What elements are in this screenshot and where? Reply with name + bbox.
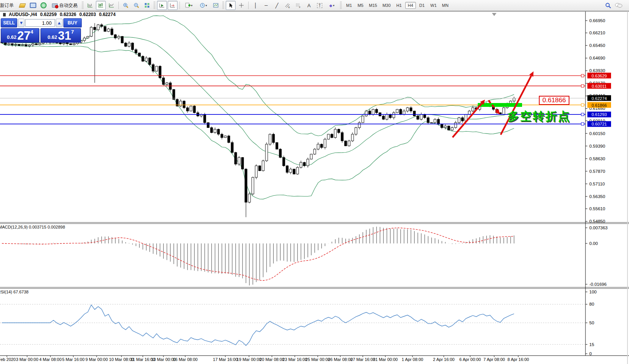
tile-windows-icon	[144, 2, 150, 8]
chart-window-icon	[3, 13, 6, 16]
crosshair-button[interactable]	[236, 1, 246, 10]
zoom-out-icon	[133, 2, 139, 8]
timeframe-d1-button[interactable]: D1	[417, 2, 427, 9]
text-label-icon: T	[317, 3, 322, 8]
timeframe-m1-button[interactable]: M1	[344, 2, 354, 9]
fibonacci-button[interactable]: F	[293, 1, 303, 10]
sell-price-sup: 4	[31, 29, 33, 35]
templates-icon	[213, 2, 219, 8]
buy-price-display[interactable]: 0.62317	[40, 28, 81, 43]
text-label-button[interactable]: T	[315, 1, 325, 10]
sell-price-display[interactable]: 0.62274	[1, 28, 39, 43]
line-chart-icon	[108, 2, 115, 8]
trendline-button[interactable]: ╱	[272, 1, 282, 10]
search-icon[interactable]	[605, 2, 611, 9]
text-button[interactable]: A	[304, 1, 314, 10]
toolbar-drag-handle	[82, 2, 84, 9]
one-click-trading-panel: SELL ▼ ▲ BUY 0.62274 0.62317	[1, 18, 82, 43]
vertical-line-button[interactable]: │	[251, 1, 260, 10]
ohlc-open: 0.62259	[40, 12, 57, 17]
network-button[interactable]	[39, 1, 49, 10]
buy-price-sup: 7	[71, 29, 74, 35]
candlestick-chart-icon	[98, 2, 104, 8]
buy-button[interactable]: BUY	[63, 18, 82, 27]
chat-bubbles-icon[interactable]	[614, 2, 623, 8]
sell-price-prefix: 0.62	[7, 34, 16, 40]
chart-title: AUDUSD-,H4 0.62259 0.62326 0.62203 0.622…	[3, 12, 116, 17]
buy-price-prefix: 0.62	[47, 34, 57, 40]
timeframe-mn-button[interactable]: MN	[440, 2, 451, 9]
auto-trading-icon	[52, 3, 58, 8]
horizontal-line-button[interactable]: ─	[261, 1, 271, 10]
timeframe-w1-button[interactable]: W1	[428, 2, 439, 9]
new-chart-button[interactable]: ▾	[182, 1, 196, 10]
chart-canvas[interactable]	[0, 0, 629, 364]
templates-button[interactable]	[211, 1, 221, 10]
network-globe-icon	[40, 2, 47, 8]
auto-trading-label: 自动交易	[59, 2, 78, 9]
fibonacci-icon: F	[295, 2, 301, 8]
remote-terminal-icon	[30, 3, 36, 8]
turning-point-label: 多空转折点	[508, 109, 571, 124]
svg-text:E: E	[288, 6, 290, 8]
svg-text:F: F	[299, 6, 301, 8]
timeframe-m15-button[interactable]: M15	[367, 2, 379, 9]
line-chart-button[interactable]	[107, 1, 116, 10]
volume-increase-button[interactable]: ▲	[56, 19, 62, 27]
timeframe-h1-button[interactable]: H1	[394, 2, 404, 9]
timeframe-m30-button[interactable]: M30	[380, 2, 393, 9]
cursor-button[interactable]	[226, 1, 236, 10]
buy-price-big: 31	[58, 30, 71, 42]
gold-book-button[interactable]	[17, 1, 27, 10]
shapes-button[interactable]: ◆ ▾	[325, 1, 338, 10]
profiles-button[interactable]: ▾	[196, 1, 210, 10]
price-level-annotation-box: 0.61866	[539, 96, 569, 105]
chart-shift-icon	[170, 2, 176, 8]
chart-shift-button[interactable]	[168, 1, 178, 10]
new-chart-icon	[185, 2, 191, 8]
ohlc-high: 0.62326	[60, 12, 76, 17]
tile-windows-button[interactable]	[142, 1, 152, 10]
zoom-out-button[interactable]	[131, 1, 141, 10]
ohlc-close: 0.62274	[99, 12, 115, 17]
profiles-clock-icon	[199, 2, 205, 8]
candlestick-chart-button[interactable]	[96, 1, 106, 10]
cursor-icon	[228, 2, 234, 8]
bar-chart-button[interactable]	[85, 1, 95, 10]
new-order-label: 新订单	[0, 2, 14, 9]
remote-terminal-button[interactable]	[28, 1, 38, 10]
toolbar-drag-handle	[340, 2, 342, 9]
zoom-in-icon	[123, 2, 129, 8]
timeframe-h4-button[interactable]: H4	[405, 2, 416, 9]
crosshair-icon	[238, 2, 244, 8]
gold-book-icon	[19, 3, 26, 8]
main-toolbar: 新订单 自动交易 ▾ ▾	[0, 0, 629, 11]
equidistant-channel-button[interactable]: E	[283, 1, 293, 10]
volume-decrease-button[interactable]: ▼	[18, 19, 24, 27]
auto-trading-button[interactable]: 自动交易	[49, 1, 80, 10]
shapes-icon: ◆	[329, 3, 332, 8]
toolbar-separator	[179, 2, 180, 9]
chart-symbol: AUDUSD-,H4	[9, 12, 37, 17]
toolbar-separator	[118, 2, 119, 9]
sell-button[interactable]: SELL	[1, 18, 17, 27]
auto-scroll-button[interactable]	[157, 1, 167, 10]
bar-chart-icon	[87, 2, 93, 8]
sell-price-big: 27	[17, 30, 30, 42]
timeframe-m5-button[interactable]: M5	[355, 2, 366, 9]
ohlc-low: 0.62203	[79, 12, 96, 17]
toolbar-separator	[248, 2, 249, 9]
toolbar-drag-handle	[154, 2, 155, 9]
zoom-in-button[interactable]	[121, 1, 131, 10]
new-order-button[interactable]: 新订单	[0, 1, 16, 10]
timeframe-group: M1M5M15M30H1H4D1W1MN	[343, 2, 451, 9]
auto-scroll-icon	[159, 2, 165, 8]
equidistant-channel-icon: E	[285, 2, 291, 8]
volume-input[interactable]	[25, 19, 55, 27]
toolbar-drag-handle	[222, 2, 224, 9]
